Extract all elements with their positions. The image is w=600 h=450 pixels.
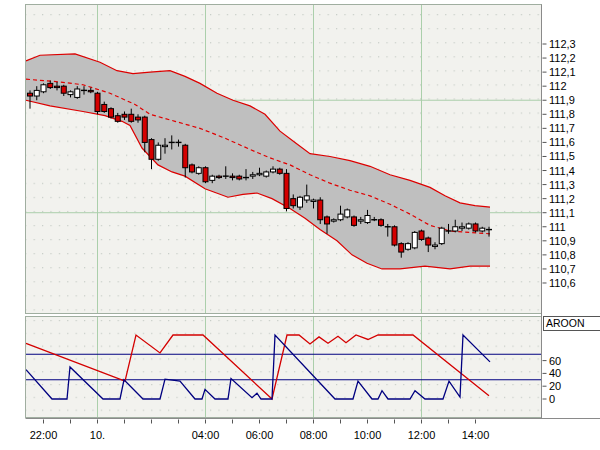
price-axis-label: 110,6 [549,277,576,289]
candle [55,86,60,87]
candle [365,216,370,223]
candle [439,228,444,243]
candle [460,227,465,228]
candle [250,175,255,176]
price-axis-label: 111,5 [549,150,575,162]
candle [345,210,350,217]
candle [277,169,282,173]
price-axis-label: 111 [549,221,566,233]
candle [68,92,73,95]
price-axis-label: 111,1 [549,207,575,219]
price-axis-label: 110,7 [549,263,576,275]
candle [88,90,93,91]
candle [473,224,478,231]
price-axis-label: 111,8 [549,108,575,120]
candle [257,173,262,174]
candle-doji [243,177,249,178]
price-axis-label: 111,9 [549,94,575,106]
time-axis-label: 08:00 [300,429,328,441]
candle [75,89,80,97]
candle [28,93,33,96]
candle [304,196,309,200]
candle [480,228,485,231]
candle [136,117,141,120]
candle [284,173,289,208]
candle [298,197,303,207]
candle-doji [223,175,229,176]
candle [311,200,316,201]
candle-doji [81,90,87,91]
candle [102,104,107,111]
candle [419,231,424,239]
price-axis-label: 110,9 [549,235,576,247]
candle [338,214,343,220]
chart-window: US Dollar vs Japanese Yen (beta) ,USDJPY… [0,0,600,450]
candle [291,199,296,206]
candle [331,220,336,221]
chart-canvas[interactable]: 112,3112,2112,1112111,9111,8111,7111,611… [0,0,600,450]
price-axis-label: 111,2 [549,193,575,205]
price-axis-label: 111,4 [549,165,575,177]
price-axis-label: 111,6 [549,136,575,148]
candle [156,145,161,159]
candle [453,227,458,231]
candle [358,220,363,221]
candle [95,93,100,111]
price-axis-label: 112,3 [549,38,576,50]
candle [34,90,39,96]
candle-doji [169,142,175,143]
candle [271,169,276,172]
candle [352,217,357,225]
price-axis-label: 112,1 [549,66,576,78]
candle-doji [446,230,452,231]
candle [142,117,147,142]
price-axis-label: 112,2 [549,52,576,64]
candle [412,232,417,247]
candle [237,176,242,179]
price-axis-label: 111,3 [549,179,575,191]
candle [466,224,471,228]
time-axis-label: 12:00 [408,429,436,441]
candle [183,145,188,167]
candle [48,83,53,87]
price-axis-label: 112 [549,80,567,92]
time-axis-label: 10. [90,429,105,441]
candle [392,227,397,245]
price-axis-label: 110,8 [549,249,576,261]
candle [163,145,168,146]
price-axis-label: 111,7 [549,122,575,134]
candle [217,176,222,177]
candle-doji [176,142,182,143]
candle-doji [371,219,377,220]
aroon-axis-label: 40 [549,367,561,379]
candle [109,109,114,117]
candle [129,114,134,121]
candle [196,168,201,174]
candle [433,245,438,246]
candle [122,114,127,117]
time-axis-label: 04:00 [192,429,220,441]
time-axis-label: 14:00 [462,429,490,441]
candle [426,238,431,245]
candle [41,85,46,92]
candle [190,165,195,172]
candle [406,244,411,250]
time-axis-label: 06:00 [246,429,274,441]
candle [210,176,215,180]
time-axis-label: 10:00 [354,429,382,441]
candle [325,217,330,224]
aroon-axis-label: 20 [549,380,561,392]
candle [264,172,269,176]
candle [318,200,323,220]
candle-doji [486,229,492,230]
aroon-axis-label: 0 [549,393,555,405]
candle [399,244,404,252]
candle [61,86,66,93]
candle [230,176,235,177]
candle [203,168,208,182]
candle-doji [385,226,391,227]
aroon-axis-label: 60 [549,355,561,367]
candle [115,116,120,122]
dot-grid [26,317,542,418]
candle [379,220,384,226]
